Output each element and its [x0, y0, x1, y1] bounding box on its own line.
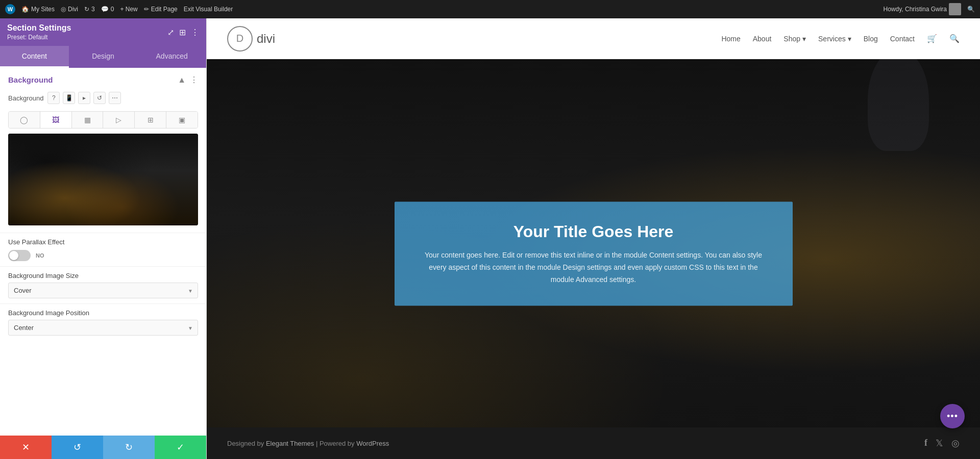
bottom-toolbar: ✕ ↺ ↻ ✓	[0, 436, 206, 459]
my-sites-link[interactable]: 🏠 My Sites	[21, 6, 55, 13]
tab-content[interactable]: Content	[0, 46, 69, 68]
nav-about[interactable]: About	[753, 35, 772, 43]
hero-body: Your content goes here. Edit or remove t…	[420, 249, 767, 286]
tab-advanced[interactable]: Advanced	[137, 46, 206, 68]
hero-title: Your Title Goes Here	[420, 222, 767, 241]
panel-header-icons: ⤢ ⊞ ⋮	[167, 28, 199, 37]
bg-type-mask[interactable]: ▣	[166, 112, 198, 128]
tab-design[interactable]: Design	[69, 46, 138, 68]
background-type-tabs: ◯ 🖼 ▦ ▷ ⊞ ▣	[8, 111, 198, 129]
background-field-row: Background ? 📱 ▸ ↺ ⋯	[0, 90, 206, 109]
background-image-display	[8, 134, 198, 225]
parallax-toggle[interactable]	[8, 250, 31, 261]
panel-fullscreen-icon[interactable]: ⤢	[167, 28, 174, 37]
image-preview-inner	[8, 134, 198, 225]
section-header-right: ▲ ⋮	[178, 75, 198, 85]
section-settings-panel: Section Settings Preset: Default ⤢ ⊞ ⋮ C…	[0, 18, 207, 459]
bg-type-image[interactable]: 🖼	[40, 112, 72, 128]
redo-button[interactable]: ↻	[103, 436, 155, 459]
nav-blog[interactable]: Blog	[864, 35, 878, 43]
float-action-button[interactable]: •••	[940, 404, 965, 428]
bg-type-gradient[interactable]: ▦	[72, 112, 104, 128]
nav-shop[interactable]: Shop ▾	[783, 35, 806, 43]
elegant-themes-link[interactable]: Elegant Themes	[266, 440, 314, 447]
section-more-icon[interactable]: ⋮	[190, 75, 198, 85]
parallax-label: Use Parallax Effect	[8, 238, 198, 246]
reset-icon[interactable]: ↺	[93, 92, 106, 104]
mobile-icon[interactable]: 📱	[63, 92, 75, 104]
wordpress-footer-link[interactable]: WordPress	[356, 440, 389, 447]
panel-title: Section Settings	[7, 23, 71, 33]
bg-type-color[interactable]: ◯	[9, 112, 40, 128]
nav-contact[interactable]: Contact	[890, 35, 915, 43]
background-section-title: Background	[8, 75, 53, 84]
panel-grid-icon[interactable]: ⊞	[179, 28, 186, 37]
cancel-button[interactable]: ✕	[0, 436, 52, 459]
parallax-row: Use Parallax Effect NO	[0, 233, 206, 266]
footer-social: f 𝕏 ◎	[924, 438, 960, 449]
panel-more-icon[interactable]: ⋮	[191, 28, 199, 37]
twitter-icon[interactable]: 𝕏	[936, 438, 943, 449]
bg-image-position-select[interactable]: Center Top Left Top Center Top Right Bot…	[8, 320, 198, 336]
site-logo: D divi	[227, 26, 275, 52]
background-section-header: Background ▲ ⋮	[0, 68, 206, 90]
section-collapse-icon[interactable]: ▲	[178, 75, 186, 85]
admin-bar-right: Howdy, Christina Gwira 🔍	[884, 3, 975, 15]
site-footer: Designed by Elegant Themes | Powered by …	[207, 427, 980, 459]
howdy-user[interactable]: Howdy, Christina Gwira	[884, 3, 961, 15]
services-dropdown-icon: ▾	[848, 35, 851, 43]
toggle-value: NO	[36, 252, 44, 259]
logo-text: divi	[257, 32, 275, 46]
search-admin-icon[interactable]: 🔍	[967, 6, 975, 13]
exit-visual-builder-button[interactable]: Exit Visual Builder	[184, 6, 233, 13]
bg-image-size-label: Background Image Size	[8, 272, 198, 279]
background-image-preview[interactable]	[8, 134, 198, 225]
bg-image-position-select-wrapper: Center Top Left Top Center Top Right Bot…	[8, 320, 198, 336]
help-icon[interactable]: ?	[47, 92, 60, 104]
undo-button[interactable]: ↺	[52, 436, 103, 459]
nav-services[interactable]: Services ▾	[818, 35, 851, 43]
toggle-knob	[9, 251, 18, 260]
bg-type-pattern[interactable]: ⊞	[135, 112, 166, 128]
save-button[interactable]: ✓	[155, 436, 206, 459]
website-preview: D divi Home About Shop ▾ Services ▾	[207, 18, 980, 459]
bg-image-size-row: Background Image Size Cover Contain Auto…	[0, 266, 206, 303]
cursor-icon[interactable]: ▸	[78, 92, 90, 104]
toggle-row: NO	[8, 250, 198, 261]
background-field-icons: ? 📱 ▸ ↺ ⋯	[47, 92, 121, 104]
wordpress-icon[interactable]: W	[5, 4, 15, 14]
search-icon[interactable]: 🔍	[949, 34, 960, 43]
nav-home[interactable]: Home	[721, 35, 740, 43]
bg-image-position-label: Background Image Position	[8, 309, 198, 317]
bg-image-size-select-wrapper: Cover Contain Auto Custom ▼	[8, 283, 198, 298]
new-button[interactable]: + New	[120, 6, 137, 13]
comments-link[interactable]: 💬 0	[101, 6, 114, 13]
more-options-icon[interactable]: ⋯	[109, 92, 121, 104]
updates-link[interactable]: ↻ 3	[84, 6, 95, 13]
panel-preset[interactable]: Preset: Default	[7, 34, 71, 41]
facebook-icon[interactable]: f	[924, 438, 927, 449]
site-nav: D divi Home About Shop ▾ Services ▾	[207, 18, 980, 59]
bg-image-position-row: Background Image Position Center Top Lef…	[0, 303, 206, 341]
panel-content: Background ▲ ⋮ Background ? 📱 ▸ ↺ ⋯	[0, 68, 206, 436]
instagram-icon[interactable]: ◎	[951, 438, 960, 449]
shop-dropdown-icon: ▾	[802, 35, 806, 43]
bg-image-size-select[interactable]: Cover Contain Auto Custom	[8, 283, 198, 298]
admin-bar: W 🏠 My Sites ◎ Divi ↻ 3 💬 0 + New ✏ Edit…	[0, 0, 980, 18]
footer-text: Designed by Elegant Themes | Powered by …	[227, 440, 389, 447]
divi-link[interactable]: ◎ Divi	[61, 6, 78, 13]
settings-tabs: Content Design Advanced	[0, 46, 206, 68]
bg-type-video[interactable]: ▷	[103, 112, 135, 128]
hero-content-box[interactable]: Your Title Goes Here Your content goes h…	[395, 202, 793, 306]
site-nav-links: Home About Shop ▾ Services ▾ Blog Contac	[721, 34, 960, 43]
logo-circle: D	[227, 26, 253, 52]
cart-icon[interactable]: 🛒	[927, 34, 937, 43]
panel-header: Section Settings Preset: Default ⤢ ⊞ ⋮	[0, 18, 206, 46]
edit-page-button[interactable]: ✏ Edit Page	[144, 6, 178, 13]
background-field-label: Background	[8, 94, 43, 102]
hero-section: Your Title Goes Here Your content goes h…	[207, 59, 980, 459]
main-layout: Section Settings Preset: Default ⤢ ⊞ ⋮ C…	[0, 18, 980, 459]
